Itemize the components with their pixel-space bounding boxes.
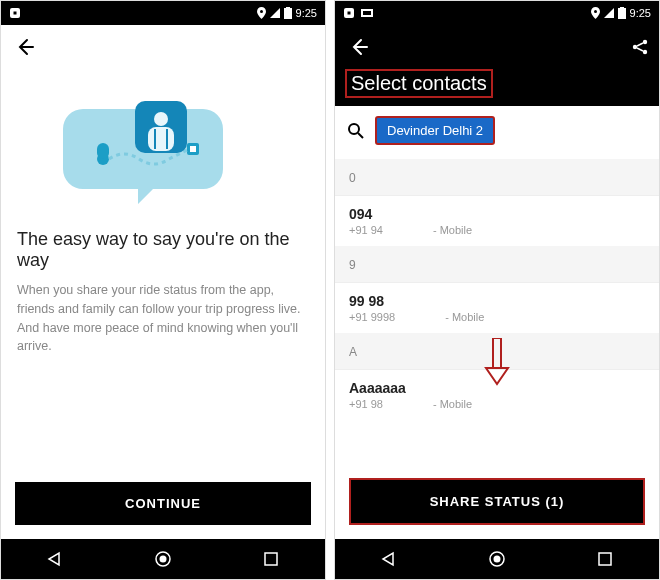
top-bar [1,25,325,69]
back-button[interactable] [345,33,373,61]
svg-rect-7 [97,143,109,159]
contact-row[interactable]: 094 +91 94- Mobile [335,195,659,246]
annotation-arrow [484,338,510,390]
intro-body: When you share your ride status from the… [1,281,325,356]
svg-point-34 [494,556,501,563]
svg-marker-32 [383,553,393,565]
svg-point-21 [594,10,597,13]
svg-rect-1 [14,12,17,15]
contact-type: - Mobile [445,311,484,323]
nav-back-button[interactable] [364,544,414,574]
contact-type: - Mobile [433,398,472,410]
svg-point-27 [643,50,647,54]
share-status-button[interactable]: SHARE STATUS (1) [349,478,645,525]
signal-icon [270,8,280,18]
svg-rect-5 [286,7,290,8]
selected-contact-chip[interactable]: Devinder Delhi 2 [375,116,495,145]
svg-rect-24 [620,7,624,8]
nav-recents-button[interactable] [246,544,296,574]
search-chip-bar: Devinder Delhi 2 [335,106,659,159]
app-icon [343,7,355,19]
phone-screen-intro: 9:25 [0,0,326,580]
location-icon [257,7,266,19]
status-time: 9:25 [630,7,651,19]
svg-marker-13 [49,553,59,565]
share-trip-illustration [1,69,325,229]
svg-marker-31 [486,368,508,384]
location-icon [591,7,600,19]
contact-phone: +91 98 [349,398,383,410]
svg-rect-20 [363,11,371,15]
continue-button[interactable]: CONTINUE [15,482,311,525]
top-bar [335,25,659,69]
contact-phone: +91 9998 [349,311,395,323]
battery-icon [618,7,626,19]
contact-name: 094 [349,206,645,222]
section-header: 9 [335,246,659,282]
nav-home-button[interactable] [138,544,188,574]
svg-marker-22 [604,8,614,18]
contact-type: - Mobile [433,224,472,236]
contact-row[interactable]: 99 98 +91 9998- Mobile [335,282,659,333]
nav-home-button[interactable] [472,544,522,574]
intro-headline: The easy way to say you're on the way [1,229,325,281]
svg-rect-9 [190,146,196,152]
android-nav-bar [335,539,659,579]
battery-icon [284,7,292,19]
svg-point-11 [154,112,168,126]
svg-rect-35 [599,553,611,565]
svg-point-28 [349,124,359,134]
svg-marker-3 [270,8,280,18]
share-icon[interactable] [631,38,649,56]
contact-name: 99 98 [349,293,645,309]
svg-rect-4 [284,8,292,19]
status-bar: 9:25 [1,1,325,25]
nav-recents-button[interactable] [580,544,630,574]
screenshot-icon [361,7,373,19]
status-time: 9:25 [296,7,317,19]
svg-rect-12 [148,127,174,151]
nav-back-button[interactable] [30,544,80,574]
android-nav-bar [1,539,325,579]
search-icon[interactable] [347,122,365,140]
back-button[interactable] [11,33,39,61]
contact-phone: +91 94 [349,224,383,236]
svg-rect-30 [493,338,501,368]
page-title: Select contacts [335,69,659,106]
signal-icon [604,8,614,18]
phone-screen-contacts: 9:25 Select contacts Devinder Delhi 2 0 … [334,0,660,580]
svg-point-26 [633,45,637,49]
svg-rect-16 [265,553,277,565]
svg-rect-23 [618,8,626,19]
section-header: 0 [335,159,659,195]
svg-line-29 [358,133,363,138]
svg-point-15 [160,556,167,563]
svg-point-25 [643,40,647,44]
svg-point-2 [260,10,263,13]
app-icon [9,7,21,19]
svg-rect-18 [348,12,351,15]
status-bar: 9:25 [335,1,659,25]
contact-list[interactable]: 0 094 +91 94- Mobile 9 99 98 +91 9998- M… [335,159,659,464]
